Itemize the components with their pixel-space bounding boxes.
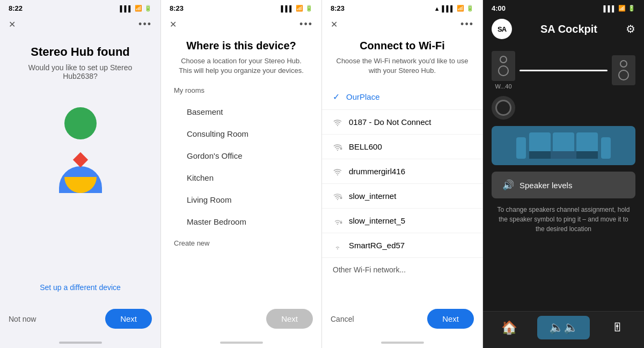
panel3-title: Connect to Wi-Fi (335, 40, 470, 52)
signal-icon: ▌▌▌ (120, 5, 133, 12)
sofa-shape (516, 132, 611, 159)
wifi-signal-icon (333, 242, 342, 249)
top-bar-2: ✕ ••• (161, 14, 321, 34)
more-options-icon-2[interactable]: ••• (299, 19, 313, 30)
list-item[interactable]: slow_internet_5 (322, 209, 482, 233)
battery-icon-3: 🔋 (466, 5, 474, 12)
sofa-right-arm (601, 137, 611, 159)
panel1-subtitle: Would you like to set up Stereo Hub2638? (13, 63, 148, 80)
list-item[interactable]: Kitchen (174, 167, 309, 189)
wifi-network-name: slow_internet (349, 191, 472, 201)
sofa-leg-1 (529, 151, 551, 159)
speaker-tweeter-icon (500, 56, 507, 63)
close-icon[interactable]: ✕ (9, 19, 16, 29)
setup-different-device-link[interactable]: Set up a different device (40, 283, 121, 292)
list-item[interactable]: Basement (174, 101, 309, 123)
equalizer-nav-icon: 🎚 (612, 321, 624, 335)
not-now-button[interactable]: Not now (9, 315, 36, 323)
battery-icon: 🔋 (144, 5, 152, 12)
settings-gear-icon[interactable]: ⚙ (626, 23, 635, 35)
panel-where-is-device: 8:23 ▌▌▌ 📶 🔋 ✕ ••• Where is this device?… (161, 0, 322, 348)
panel4-content: W...40 (483, 46, 644, 311)
sa-logo: SA (492, 19, 512, 39)
sofa-cushion-1 (529, 132, 551, 151)
close-icon-2[interactable]: ✕ (170, 19, 177, 29)
time-1: 8:22 (9, 4, 23, 12)
nav-home[interactable]: 🏠 (483, 316, 535, 339)
panel1-content: Stereo Hub found Would you like to set u… (0, 34, 160, 302)
speaker-volume-slider[interactable] (519, 70, 608, 71)
panel3-bottom-bar: Cancel Next (322, 302, 482, 339)
status-icons-4: ▌▌▌ 📶 🔋 (604, 5, 635, 12)
more-options-icon[interactable]: ••• (138, 19, 152, 30)
svg-point-3 (337, 174, 338, 175)
status-bar-4: 4:00 ▌▌▌ 📶 🔋 (483, 0, 644, 14)
list-item[interactable]: drummergirl416 (322, 159, 482, 184)
speaker-woofer-icon (498, 65, 509, 76)
panel2-title: Where is this device? (174, 40, 309, 52)
left-speaker-col: W...40 (492, 51, 515, 90)
next-button-3[interactable]: Next (427, 309, 474, 329)
signal-icon-2: ▌▌▌ (281, 5, 294, 12)
wifi-signal-icon (333, 119, 342, 126)
speaker-levels-button[interactable]: 🔊 Speaker levels (492, 172, 635, 198)
cancel-button[interactable]: Cancel (331, 315, 354, 323)
speakers-nav-icon: 🔈🔈 (549, 321, 578, 335)
wifi-network-name: SmartRG_ed57 (349, 241, 472, 250)
other-wifi-link[interactable]: Other Wi-Fi network... (322, 258, 482, 282)
speaker-slider-row: W...40 (492, 51, 635, 90)
wifi-network-name: drummergirl416 (349, 167, 472, 176)
wifi-network-name: BELL600 (349, 142, 472, 151)
my-rooms-label: My rooms (174, 86, 309, 94)
status-icons-3: ▲ ▌▌▌ 📶 🔋 (434, 5, 474, 12)
close-icon-3[interactable]: ✕ (331, 19, 338, 29)
list-item[interactable]: Consulting Room (174, 123, 309, 145)
status-icons-1: ▌▌▌ 📶 🔋 (120, 5, 152, 12)
wifi-signal-locked-icon (333, 217, 342, 225)
subwoofer-cone-icon (495, 100, 511, 116)
wifi-icon-3: 📶 (457, 5, 464, 12)
home-indicator-2 (220, 342, 263, 344)
wifi-icon-2: 📶 (296, 5, 303, 12)
google-home-device-icon (43, 107, 118, 193)
signal-icon-4: ▌▌▌ (604, 5, 616, 12)
list-item[interactable]: SmartRG_ed57 (322, 233, 482, 258)
list-item[interactable]: ✓ OurPlace (322, 84, 482, 110)
next-button-2: Next (266, 309, 313, 329)
wifi-selected-check-icon: ✓ (333, 92, 340, 102)
device-diamond (72, 152, 87, 167)
more-options-icon-3[interactable]: ••• (460, 19, 474, 30)
list-item[interactable]: BELL600 (322, 135, 482, 159)
right-speaker-col (612, 55, 635, 85)
wifi-network-name: OurPlace (346, 92, 472, 101)
nav-settings[interactable]: 🎚 (592, 316, 644, 339)
svg-rect-2 (340, 148, 342, 150)
list-item[interactable]: Master Bedroom (174, 211, 309, 233)
panel-sa-cockpit: 4:00 ▌▌▌ 📶 🔋 SA SA Cockpit ⚙ W...40 (483, 0, 644, 348)
list-item[interactable]: 0187 - Do Not Connect (322, 110, 482, 135)
list-item[interactable]: Gordon's Office (174, 145, 309, 167)
svg-rect-5 (340, 197, 342, 199)
wifi-signal-icon (333, 168, 342, 175)
list-item[interactable]: Living Room (174, 189, 309, 211)
home-indicator-3 (381, 342, 424, 344)
create-new-label[interactable]: Create new (174, 233, 309, 254)
battery-icon-4: 🔋 (628, 5, 635, 12)
signal-icon-3: ▌▌▌ (442, 5, 455, 12)
list-item[interactable]: slow_internet (322, 184, 482, 209)
sofa-cushion-3 (576, 132, 598, 151)
subwoofer-speaker (492, 96, 515, 120)
panel2-subtitle: Choose a location for your Stereo Hub. T… (174, 56, 309, 76)
svg-point-6 (337, 224, 338, 225)
top-bar-3: ✕ ••• (322, 14, 482, 34)
nav-speakers[interactable]: 🔈🔈 (537, 316, 589, 339)
panel3-content: Connect to Wi-Fi Choose the Wi-Fi networ… (322, 34, 482, 302)
svg-point-4 (337, 199, 338, 200)
sofa-left-arm (516, 137, 526, 159)
right-speaker-box (612, 55, 635, 85)
panel3-subtitle: Choose the Wi-Fi network you'd like to u… (335, 56, 470, 76)
next-button-1[interactable]: Next (105, 309, 152, 329)
wifi-icon: 📶 (135, 5, 142, 12)
wifi-network-list: ✓ OurPlace 0187 - Do Not Connect (322, 84, 482, 258)
svg-point-1 (337, 150, 338, 151)
